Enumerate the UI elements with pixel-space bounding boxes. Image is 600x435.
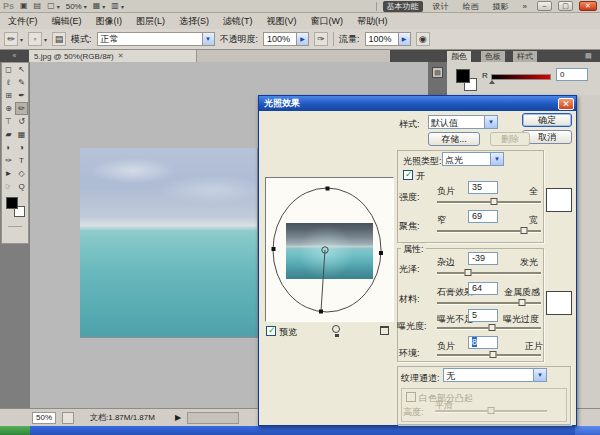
healing-brush-tool-icon[interactable]: ⊕ <box>2 102 15 115</box>
menu-edit[interactable]: 编辑(E) <box>52 15 82 28</box>
red-channel-value[interactable]: 0 <box>556 68 588 81</box>
blend-mode-select[interactable]: 正常 ▼ <box>97 32 215 46</box>
status-options-arrow[interactable]: ▶ <box>175 413 181 422</box>
move-tool-icon[interactable]: ↖ <box>15 63 28 76</box>
zoom-tool-icon[interactable]: Q <box>15 180 28 193</box>
zoom-level-dropdown[interactable]: 50%▾ <box>66 2 87 11</box>
arrange-documents-dropdown[interactable]: ▦▾ <box>93 1 106 11</box>
flow-input[interactable]: 100% ▶ <box>365 32 411 46</box>
dodge-tool-icon[interactable]: ◑ <box>15 141 28 154</box>
close-button[interactable]: ✕ <box>579 1 597 11</box>
history-brush-tool-icon[interactable]: ↺ <box>15 115 28 128</box>
focus-value[interactable]: 69 <box>468 210 498 223</box>
path-select-tool-icon[interactable]: ► <box>2 167 15 180</box>
bridge-icon[interactable]: ▣ <box>20 1 28 11</box>
workspace-painting-button[interactable]: 绘画 <box>459 1 483 12</box>
ambience-slider-thumb[interactable] <box>490 351 497 358</box>
exposure-slider-thumb[interactable] <box>489 324 496 331</box>
workspace-essentials-button[interactable]: 基本功能 <box>383 1 423 12</box>
preview-checkbox[interactable]: ✓ <box>266 326 276 336</box>
pen-tool-icon[interactable]: ✑ <box>2 154 15 167</box>
ambience-value[interactable]: 8 <box>468 336 498 349</box>
menu-view[interactable]: 视图(V) <box>267 15 297 28</box>
document-tab[interactable]: 5.jpg @ 50%(RGB/8#) ✕ <box>29 50 197 62</box>
dialog-close-icon[interactable]: ✕ <box>558 98 574 110</box>
toggle-brush-panel-icon[interactable]: ▤ <box>52 32 66 46</box>
gloss-value[interactable]: -39 <box>468 252 498 265</box>
menu-layer[interactable]: 图层(L) <box>136 15 165 28</box>
gradient-tool-icon[interactable]: ▦ <box>15 128 28 141</box>
start-button[interactable] <box>0 426 30 435</box>
material-slider[interactable] <box>437 302 541 304</box>
rulers-dropdown[interactable]: ▢▾ <box>47 1 60 11</box>
marquee-tool-icon[interactable]: ◻ <box>2 63 15 76</box>
white-is-high-checkbox[interactable] <box>406 392 416 402</box>
quick-select-tool-icon[interactable]: ✎ <box>15 76 28 89</box>
foreground-color-swatch[interactable] <box>6 197 18 209</box>
intensity-slider-thumb[interactable] <box>491 198 498 205</box>
status-zoom-input[interactable]: 50% <box>32 412 56 424</box>
texture-channel-select[interactable]: 无 ▼ <box>443 368 547 382</box>
light-color-swatch[interactable] <box>546 188 572 212</box>
red-channel-slider[interactable] <box>491 74 551 80</box>
lasso-tool-icon[interactable]: ℓ <box>2 76 15 89</box>
eyedropper-tool-icon[interactable]: ✒ <box>15 89 28 102</box>
save-button[interactable]: 存储... <box>428 132 480 146</box>
minimize-button[interactable]: – <box>537 1 552 11</box>
menu-help[interactable]: 帮助(H) <box>357 15 388 28</box>
workspace-more-button[interactable]: » <box>519 1 531 12</box>
ok-button[interactable]: 确定 <box>522 113 572 127</box>
blur-tool-icon[interactable]: ◗ <box>2 141 15 154</box>
hand-tool-icon[interactable]: ☞ <box>2 180 15 193</box>
document-image[interactable] <box>80 148 258 338</box>
screen-mode-dropdown[interactable]: ▥▾ <box>111 1 124 11</box>
material-color-swatch[interactable] <box>546 291 572 315</box>
close-tab-icon[interactable]: ✕ <box>118 52 124 60</box>
type-tool-icon[interactable]: T <box>15 154 28 167</box>
exposure-slider[interactable] <box>437 327 541 329</box>
workspace-design-button[interactable]: 设计 <box>429 1 453 12</box>
brush-tool-icon[interactable]: ✏ <box>15 102 28 115</box>
clone-stamp-tool-icon[interactable]: ⊤ <box>2 115 15 128</box>
tools-panel-header[interactable]: « <box>0 50 29 62</box>
restore-button[interactable]: ▢ <box>558 1 573 11</box>
shape-tool-icon[interactable]: ◇ <box>15 167 28 180</box>
focus-slider-thumb[interactable] <box>521 227 528 234</box>
intensity-slider[interactable] <box>437 201 541 203</box>
material-value[interactable]: 64 <box>468 282 498 295</box>
menu-image[interactable]: 图像(I) <box>96 15 123 28</box>
dialog-title[interactable]: 光照效果 <box>259 96 576 111</box>
eraser-tool-icon[interactable]: ▰ <box>2 128 15 141</box>
light-on-checkbox[interactable]: ✓ <box>403 170 413 180</box>
dock-panel-icon[interactable]: ▤ <box>432 67 443 78</box>
menu-filter[interactable]: 滤镜(T) <box>223 15 253 28</box>
menu-select[interactable]: 选择(S) <box>179 15 209 28</box>
focus-slider[interactable] <box>437 230 541 232</box>
style-select[interactable]: 默认值 ▼ <box>428 115 498 129</box>
material-slider-thumb[interactable] <box>519 299 526 306</box>
gloss-slider-thumb[interactable] <box>465 269 472 276</box>
light-footprint-ellipse[interactable] <box>266 178 393 321</box>
workspace-photography-button[interactable]: 摄影 <box>489 1 513 12</box>
brush-preset-picker[interactable]: ◦▾ <box>28 32 47 46</box>
foreground-color-swatch-small[interactable] <box>456 69 470 83</box>
panel-menu-icon[interactable]: ▤ <box>585 52 592 60</box>
airbrush-icon[interactable]: ◉ <box>416 32 430 46</box>
delete-button[interactable]: 删除 <box>490 132 530 146</box>
light-bulb-icon[interactable] <box>332 325 340 333</box>
ambience-slider[interactable] <box>437 354 541 356</box>
light-preview-area[interactable] <box>265 177 394 322</box>
trash-icon[interactable] <box>380 326 389 335</box>
tool-preset-picker[interactable]: ✏▾ <box>4 32 23 46</box>
opacity-input[interactable]: 100% ▶ <box>263 32 309 46</box>
pressure-opacity-icon[interactable]: ✑ <box>314 32 328 46</box>
light-type-select[interactable]: 点光 ▼ <box>442 152 504 166</box>
red-slider-marker[interactable] <box>489 80 495 84</box>
view-extras-icon[interactable]: ▤ <box>34 1 42 11</box>
crop-tool-icon[interactable]: ⊞ <box>2 89 15 102</box>
exposure-value[interactable]: 5 <box>468 309 498 322</box>
gloss-slider[interactable] <box>437 272 541 274</box>
intensity-value[interactable]: 35 <box>468 181 498 194</box>
menu-window[interactable]: 窗口(W) <box>311 15 344 28</box>
menu-file[interactable]: 文件(F) <box>8 15 38 28</box>
